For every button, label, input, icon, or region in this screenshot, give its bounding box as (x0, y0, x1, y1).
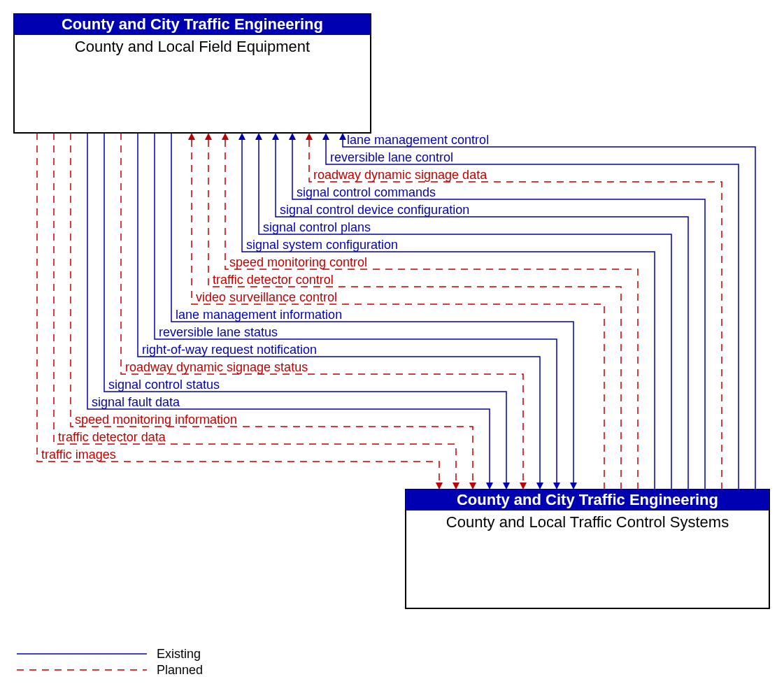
flow-label: speed monitoring information (75, 413, 237, 427)
flow-label: signal system configuration (246, 238, 398, 252)
flow-label: traffic detector data (58, 430, 166, 444)
flows-group: lane management controlreversible lane c… (37, 133, 755, 490)
flow-label: roadway dynamic signage status (125, 360, 308, 374)
flow-label: signal control device configuration (280, 203, 469, 217)
flow-label: video surveillance control (196, 290, 337, 304)
flow-label: traffic detector control (213, 273, 334, 287)
flow-label: traffic images (41, 448, 116, 462)
flow-label: signal control plans (263, 220, 371, 234)
flow-label: lane management information (176, 308, 342, 322)
flow-label: reversible lane control (330, 150, 453, 164)
its-flow-diagram: lane management controlreversible lane c… (0, 0, 784, 700)
flow-label: signal control commands (297, 185, 436, 199)
box-bottom-title: County and Local Traffic Control Systems (446, 513, 729, 531)
box-bottom: County and City Traffic Engineering Coun… (406, 490, 769, 608)
flow-label: speed monitoring control (229, 255, 367, 269)
box-bottom-header: County and City Traffic Engineering (457, 491, 718, 508)
flow-label: signal fault data (92, 395, 180, 409)
box-top: County and City Traffic Engineering Coun… (14, 14, 371, 133)
box-top-title: County and Local Field Equipment (75, 38, 310, 55)
legend: Existing Planned (17, 647, 203, 677)
flow-label: lane management control (347, 133, 489, 147)
flow-label: signal control status (108, 378, 220, 392)
legend-existing-label: Existing (157, 647, 201, 661)
legend-planned-label: Planned (157, 663, 203, 677)
flow-label: right-of-way request notification (142, 343, 317, 357)
flow-label: roadway dynamic signage data (313, 168, 487, 182)
box-top-header: County and City Traffic Engineering (62, 15, 323, 33)
flow-label: reversible lane status (159, 325, 278, 339)
